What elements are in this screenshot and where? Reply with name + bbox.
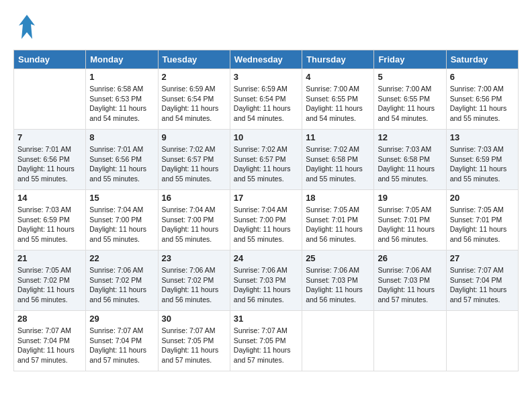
svg-marker-0	[19, 15, 35, 39]
day-info: Sunrise: 6:58 AM Sunset: 6:53 PM Dayligh…	[89, 84, 154, 124]
day-number: 2	[162, 72, 226, 82]
calendar-table: SundayMondayTuesdayWednesdayThursdayFrid…	[13, 50, 519, 371]
calendar-cell: 20Sunrise: 7:05 AM Sunset: 7:01 PM Dayli…	[446, 190, 518, 250]
day-info: Sunrise: 7:03 AM Sunset: 6:59 PM Dayligh…	[17, 205, 82, 244]
day-number: 14	[17, 193, 82, 203]
calendar-cell: 10Sunrise: 7:02 AM Sunset: 6:57 PM Dayli…	[230, 130, 302, 190]
day-info: Sunrise: 7:04 AM Sunset: 7:00 PM Dayligh…	[162, 205, 226, 244]
day-number: 24	[234, 253, 298, 263]
day-info: Sunrise: 7:03 AM Sunset: 6:59 PM Dayligh…	[450, 144, 515, 184]
calendar-cell: 13Sunrise: 7:03 AM Sunset: 6:59 PM Dayli…	[446, 130, 518, 190]
day-number: 30	[162, 314, 226, 324]
day-info: Sunrise: 7:01 AM Sunset: 6:56 PM Dayligh…	[17, 144, 82, 184]
calendar-cell: 19Sunrise: 7:05 AM Sunset: 7:01 PM Dayli…	[374, 190, 446, 250]
calendar-cell	[302, 311, 374, 371]
calendar-cell: 2Sunrise: 6:59 AM Sunset: 6:54 PM Daylig…	[158, 69, 230, 130]
day-number: 18	[306, 193, 370, 203]
day-info: Sunrise: 7:04 AM Sunset: 7:00 PM Dayligh…	[234, 205, 298, 244]
day-info: Sunrise: 7:05 AM Sunset: 7:02 PM Dayligh…	[17, 265, 82, 305]
calendar-cell: 23Sunrise: 7:06 AM Sunset: 7:02 PM Dayli…	[158, 250, 230, 311]
day-number: 1	[89, 72, 154, 82]
calendar-cell: 16Sunrise: 7:04 AM Sunset: 7:00 PM Dayli…	[158, 190, 230, 250]
day-info: Sunrise: 7:03 AM Sunset: 6:58 PM Dayligh…	[378, 144, 442, 184]
day-info: Sunrise: 7:01 AM Sunset: 6:56 PM Dayligh…	[89, 144, 154, 184]
calendar-cell: 26Sunrise: 7:06 AM Sunset: 7:03 PM Dayli…	[374, 250, 446, 311]
weekday-header: Sunday	[14, 50, 86, 69]
day-info: Sunrise: 7:07 AM Sunset: 7:04 PM Dayligh…	[89, 326, 154, 365]
weekday-header: Tuesday	[158, 50, 230, 69]
calendar-cell	[374, 311, 446, 371]
day-number: 11	[306, 132, 370, 142]
day-number: 6	[450, 72, 515, 82]
calendar-cell: 6Sunrise: 7:00 AM Sunset: 6:56 PM Daylig…	[446, 69, 518, 130]
calendar-cell: 28Sunrise: 7:07 AM Sunset: 7:04 PM Dayli…	[14, 311, 86, 371]
day-info: Sunrise: 6:59 AM Sunset: 6:54 PM Dayligh…	[234, 84, 298, 124]
day-info: Sunrise: 7:07 AM Sunset: 7:04 PM Dayligh…	[17, 326, 82, 365]
day-number: 17	[234, 193, 298, 203]
calendar-cell	[446, 311, 518, 371]
day-number: 26	[378, 253, 442, 263]
calendar-cell: 7Sunrise: 7:01 AM Sunset: 6:56 PM Daylig…	[14, 130, 86, 190]
day-number: 21	[17, 253, 82, 263]
day-info: Sunrise: 7:04 AM Sunset: 7:00 PM Dayligh…	[89, 205, 154, 244]
calendar-cell: 4Sunrise: 7:00 AM Sunset: 6:55 PM Daylig…	[302, 69, 374, 130]
calendar-cell: 17Sunrise: 7:04 AM Sunset: 7:00 PM Dayli…	[230, 190, 302, 250]
weekday-header: Monday	[86, 50, 158, 69]
day-number: 7	[17, 132, 82, 142]
day-number: 15	[89, 193, 154, 203]
calendar-cell: 22Sunrise: 7:06 AM Sunset: 7:02 PM Dayli…	[86, 250, 158, 311]
day-number: 28	[17, 314, 82, 324]
calendar-cell: 31Sunrise: 7:07 AM Sunset: 7:05 PM Dayli…	[230, 311, 302, 371]
calendar-cell: 21Sunrise: 7:05 AM Sunset: 7:02 PM Dayli…	[14, 250, 86, 311]
calendar-cell: 30Sunrise: 7:07 AM Sunset: 7:05 PM Dayli…	[158, 311, 230, 371]
weekday-header: Wednesday	[230, 50, 302, 69]
day-number: 5	[378, 72, 442, 82]
day-info: Sunrise: 7:07 AM Sunset: 7:04 PM Dayligh…	[450, 265, 515, 305]
calendar-cell: 3Sunrise: 6:59 AM Sunset: 6:54 PM Daylig…	[230, 69, 302, 130]
day-number: 20	[450, 193, 515, 203]
calendar-cell: 12Sunrise: 7:03 AM Sunset: 6:58 PM Dayli…	[374, 130, 446, 190]
logo	[13, 13, 36, 43]
day-info: Sunrise: 7:00 AM Sunset: 6:55 PM Dayligh…	[306, 84, 370, 124]
calendar-cell: 15Sunrise: 7:04 AM Sunset: 7:00 PM Dayli…	[86, 190, 158, 250]
weekday-header: Friday	[374, 50, 446, 69]
day-info: Sunrise: 7:07 AM Sunset: 7:05 PM Dayligh…	[162, 326, 226, 365]
day-info: Sunrise: 7:02 AM Sunset: 6:58 PM Dayligh…	[306, 144, 370, 184]
day-info: Sunrise: 7:00 AM Sunset: 6:55 PM Dayligh…	[378, 84, 442, 124]
day-number: 9	[162, 132, 226, 142]
day-number: 13	[450, 132, 515, 142]
day-info: Sunrise: 7:06 AM Sunset: 7:03 PM Dayligh…	[378, 265, 442, 305]
day-number: 25	[306, 253, 370, 263]
day-info: Sunrise: 7:05 AM Sunset: 7:01 PM Dayligh…	[378, 205, 442, 244]
day-number: 23	[162, 253, 226, 263]
day-number: 4	[306, 72, 370, 82]
calendar-cell: 27Sunrise: 7:07 AM Sunset: 7:04 PM Dayli…	[446, 250, 518, 311]
day-number: 31	[234, 314, 298, 324]
calendar-cell: 24Sunrise: 7:06 AM Sunset: 7:03 PM Dayli…	[230, 250, 302, 311]
day-number: 12	[378, 132, 442, 142]
day-info: Sunrise: 7:00 AM Sunset: 6:56 PM Dayligh…	[450, 84, 515, 124]
calendar-cell: 5Sunrise: 7:00 AM Sunset: 6:55 PM Daylig…	[374, 69, 446, 130]
day-info: Sunrise: 7:02 AM Sunset: 6:57 PM Dayligh…	[162, 144, 226, 184]
day-number: 22	[89, 253, 154, 263]
day-number: 10	[234, 132, 298, 142]
day-info: Sunrise: 7:02 AM Sunset: 6:57 PM Dayligh…	[234, 144, 298, 184]
day-number: 16	[162, 193, 226, 203]
day-number: 27	[450, 253, 515, 263]
weekday-header: Thursday	[302, 50, 374, 69]
day-info: Sunrise: 7:05 AM Sunset: 7:01 PM Dayligh…	[450, 205, 515, 244]
calendar-cell: 1Sunrise: 6:58 AM Sunset: 6:53 PM Daylig…	[86, 69, 158, 130]
calendar-cell: 14Sunrise: 7:03 AM Sunset: 6:59 PM Dayli…	[14, 190, 86, 250]
calendar-cell: 9Sunrise: 7:02 AM Sunset: 6:57 PM Daylig…	[158, 130, 230, 190]
weekday-header: Saturday	[446, 50, 518, 69]
calendar-cell: 25Sunrise: 7:06 AM Sunset: 7:03 PM Dayli…	[302, 250, 374, 311]
day-info: Sunrise: 7:06 AM Sunset: 7:03 PM Dayligh…	[234, 265, 298, 305]
calendar-cell: 18Sunrise: 7:05 AM Sunset: 7:01 PM Dayli…	[302, 190, 374, 250]
day-info: Sunrise: 7:06 AM Sunset: 7:03 PM Dayligh…	[306, 265, 370, 305]
day-info: Sunrise: 7:06 AM Sunset: 7:02 PM Dayligh…	[89, 265, 154, 305]
day-info: Sunrise: 7:05 AM Sunset: 7:01 PM Dayligh…	[306, 205, 370, 244]
day-info: Sunrise: 6:59 AM Sunset: 6:54 PM Dayligh…	[162, 84, 226, 124]
day-number: 3	[234, 72, 298, 82]
calendar-cell	[14, 69, 86, 130]
day-info: Sunrise: 7:06 AM Sunset: 7:02 PM Dayligh…	[162, 265, 226, 305]
